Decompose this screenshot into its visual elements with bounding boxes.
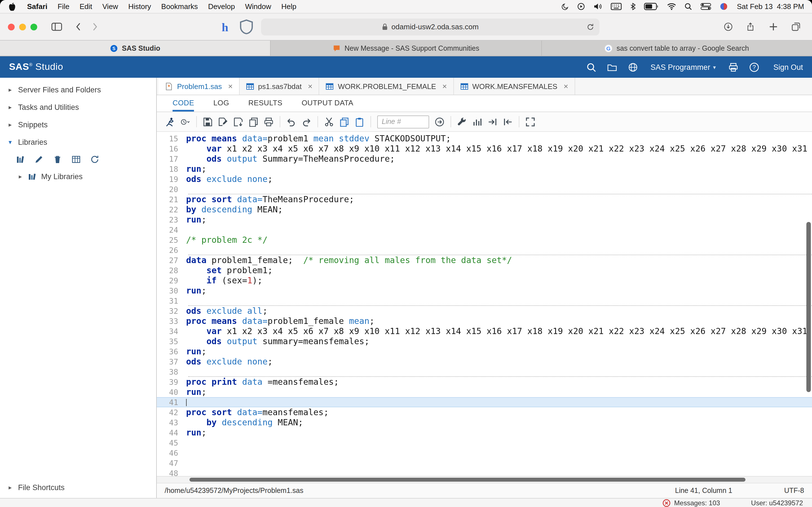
- downloads-icon[interactable]: [719, 19, 737, 35]
- screen-mirroring-icon[interactable]: [577, 3, 585, 10]
- code-line[interactable]: 16 var x1 x2 x3 x4 x5 x6 x7 x8 x9 x10 x1…: [157, 144, 812, 154]
- tab-output-data[interactable]: OUTPUT DATA: [302, 95, 354, 112]
- menu-bookmarks[interactable]: Bookmarks: [156, 2, 203, 11]
- menu-help[interactable]: Help: [276, 2, 302, 11]
- back-icon[interactable]: [70, 19, 87, 35]
- minimize-window-button[interactable]: [19, 23, 26, 30]
- code-line-text[interactable]: [186, 245, 812, 255]
- code-line[interactable]: 37ods exclude none;: [157, 356, 812, 367]
- code-line[interactable]: 36run;: [157, 346, 812, 356]
- share-icon[interactable]: [742, 19, 759, 35]
- code-line-text[interactable]: if (sex=1);: [186, 276, 812, 286]
- code-line-text[interactable]: by descending MEAN;: [186, 417, 812, 428]
- forward-icon[interactable]: [87, 19, 104, 35]
- code-line[interactable]: 28 set problem1;: [157, 265, 812, 276]
- code-line[interactable]: 41: [157, 397, 812, 407]
- search-icon[interactable]: [586, 62, 596, 72]
- outdent-icon[interactable]: [500, 114, 515, 129]
- code-line-text[interactable]: proc sort data=TheMeansProcedure;: [186, 194, 812, 205]
- volume-icon[interactable]: [593, 3, 603, 10]
- code-line-text[interactable]: run;: [186, 346, 812, 356]
- code-line[interactable]: 39proc print data =meansfemales;: [157, 377, 812, 387]
- code-line[interactable]: 46: [157, 448, 812, 458]
- menu-view[interactable]: View: [97, 2, 123, 11]
- zoom-window-button[interactable]: [31, 23, 37, 30]
- delete-icon[interactable]: [52, 154, 63, 165]
- code-line[interactable]: 31: [157, 296, 812, 306]
- code-line[interactable]: 40run;: [157, 387, 812, 397]
- print-icon[interactable]: [261, 114, 276, 129]
- format-code-icon[interactable]: [455, 114, 470, 129]
- code-line-text[interactable]: run;: [186, 164, 812, 174]
- spotlight-icon[interactable]: [685, 3, 692, 10]
- menu-history[interactable]: History: [123, 2, 156, 11]
- code-line[interactable]: 29 if (sex=1);: [157, 276, 812, 286]
- menu-window[interactable]: Window: [240, 2, 276, 11]
- browser-tab-sas-studio[interactable]: S SAS Studio: [0, 41, 271, 56]
- menu-safari[interactable]: Safari: [22, 2, 52, 11]
- code-line-text[interactable]: by descending MEAN;: [186, 205, 812, 215]
- redo-icon[interactable]: [299, 114, 314, 129]
- code-line-text[interactable]: run;: [186, 215, 812, 225]
- code-line[interactable]: 26: [157, 245, 812, 255]
- code-line-text[interactable]: [186, 448, 812, 458]
- tab-code[interactable]: CODE: [172, 95, 194, 112]
- code-line-text[interactable]: /* problem 2c */: [186, 235, 812, 245]
- code-line-text[interactable]: ods exclude all;: [186, 306, 812, 316]
- tab-results[interactable]: RESULTS: [248, 95, 283, 112]
- code-line[interactable]: 23run;: [157, 215, 812, 225]
- code-line[interactable]: 17 ods output Summary=TheMeansProcedure;: [157, 154, 812, 164]
- code-line-text[interactable]: [186, 367, 812, 377]
- download-icon[interactable]: [231, 114, 246, 129]
- code-line-text[interactable]: [186, 296, 812, 306]
- new-library-icon[interactable]: [15, 154, 26, 165]
- extension-shield-icon[interactable]: [240, 20, 253, 34]
- sidebar-toggle-icon[interactable]: [49, 19, 65, 35]
- doc-tab-ps1-sas7bdat[interactable]: ps1.sas7bdat ×: [239, 78, 319, 95]
- code-line[interactable]: 21proc sort data=TheMeansProcedure;: [157, 194, 812, 205]
- save-icon[interactable]: [200, 114, 215, 129]
- code-line[interactable]: 45: [157, 438, 812, 448]
- code-line[interactable]: 35 ods output summary=meansfemales;: [157, 336, 812, 346]
- control-center-icon[interactable]: [701, 3, 712, 10]
- code-line[interactable]: 22by descending MEAN;: [157, 205, 812, 215]
- code-line[interactable]: 42proc sort data=meansfemales;: [157, 407, 812, 417]
- code-line-text[interactable]: proc print data =meansfemales;: [186, 377, 812, 387]
- goto-line-icon[interactable]: [432, 114, 447, 129]
- battery-icon[interactable]: [644, 3, 659, 10]
- submission-history-icon[interactable]: [177, 114, 193, 129]
- goto-line-input[interactable]: [377, 115, 429, 128]
- globe-icon[interactable]: [627, 62, 638, 72]
- vertical-scrollbar[interactable]: [806, 222, 811, 392]
- close-icon[interactable]: ×: [564, 82, 568, 91]
- close-icon[interactable]: ×: [308, 82, 312, 91]
- bluetooth-icon[interactable]: [630, 3, 636, 10]
- code-line-text[interactable]: var x1 x2 x3 x4 x5 x6 x7 x8 x9 x10 x11 x…: [186, 144, 812, 154]
- keyboard-icon[interactable]: [611, 3, 622, 10]
- sidebar-item-libraries[interactable]: ▾ Libraries: [0, 133, 156, 151]
- cut-icon[interactable]: [321, 114, 337, 129]
- code-line-text[interactable]: run;: [186, 286, 812, 296]
- sidebar-item-tasks-utilities[interactable]: ▸ Tasks and Utilities: [0, 99, 156, 116]
- code-line[interactable]: 47: [157, 458, 812, 468]
- app-badge-icon[interactable]: [720, 3, 727, 10]
- code-line[interactable]: 18run;: [157, 164, 812, 174]
- code-line-text[interactable]: proc means data=problem1_female mean;: [186, 316, 812, 326]
- menu-edit[interactable]: Edit: [74, 2, 97, 11]
- indent-icon[interactable]: [485, 114, 500, 129]
- code-line-text[interactable]: proc means data=problem1 mean stddev STA…: [186, 133, 812, 144]
- code-line-text[interactable]: data problem1_female; /* removing all ma…: [186, 255, 812, 265]
- copy-icon[interactable]: [337, 114, 352, 129]
- code-line-text[interactable]: ods exclude none;: [186, 174, 812, 184]
- run-icon[interactable]: [162, 114, 177, 129]
- code-line-text[interactable]: [186, 468, 812, 476]
- code-line-text[interactable]: [186, 458, 812, 468]
- menu-develop[interactable]: Develop: [203, 2, 240, 11]
- apple-menu-icon[interactable]: [8, 2, 16, 11]
- moon-icon[interactable]: [562, 3, 569, 10]
- code-line-text[interactable]: run;: [186, 387, 812, 397]
- horizontal-scrollbar[interactable]: [190, 478, 746, 482]
- code-line[interactable]: 34 var x1 x2 x3 x4 x5 x6 x7 x8 x9 x10 x1…: [157, 326, 812, 336]
- code-line-text[interactable]: var x1 x2 x3 x4 x5 x6 x7 x8 x9 x10 x11 x…: [186, 326, 812, 336]
- code-line-text[interactable]: set problem1;: [186, 265, 812, 276]
